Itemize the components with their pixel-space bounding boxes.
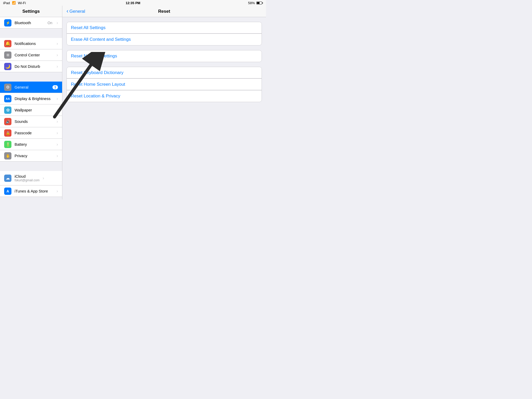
sounds-icon: 🔊 (4, 118, 11, 125)
chevron-right-icon: › (57, 41, 58, 46)
back-button[interactable]: ‹ General (66, 9, 85, 14)
reset-panel: Reset All Settings Erase All Content and… (62, 17, 266, 200)
chevron-right-icon: › (57, 189, 58, 194)
sidebar-label-wallpaper: Wallpaper (15, 108, 54, 112)
sidebar-label-bluetooth: Bluetooth (15, 21, 44, 25)
sidebar-item-bluetooth[interactable]: ⚡ Bluetooth On › (0, 17, 62, 29)
settings-title: Settings (22, 9, 40, 14)
sidebar-item-battery[interactable]: 🔋 Battery › (0, 139, 62, 150)
chevron-right-icon: › (57, 21, 58, 25)
icloud-subtitle: fskurt@gmail.com (15, 178, 39, 182)
reset-all-settings-item[interactable]: Reset All Settings (67, 22, 262, 34)
reset-title: Reset (158, 9, 170, 14)
sidebar-label-itunes: iTunes & App Store (15, 189, 54, 193)
sidebar-label-control-center: Control Center (15, 53, 54, 57)
battery-icon: 🔋 (4, 141, 11, 148)
sidebar-divider-2 (0, 72, 62, 82)
sidebar-label-notifications: Notifications (15, 41, 54, 46)
control-center-icon: ⊞ (4, 51, 11, 59)
battery-percentage: 58% (248, 1, 255, 5)
bluetooth-icon: ⚡ (4, 19, 11, 26)
chevron-right-icon: › (57, 53, 58, 57)
passcode-icon: 🔒 (4, 129, 11, 137)
chevron-right-icon: › (57, 96, 58, 101)
status-right: 58% (248, 1, 263, 5)
general-icon: ⚙ (4, 84, 11, 91)
sidebar-label-do-not-disturb: Do Not Disturb (15, 64, 54, 69)
icloud-text-group: iCloud fskurt@gmail.com (15, 174, 39, 182)
display-icon: AA (4, 95, 11, 102)
sidebar-label-passcode: Passcode (15, 131, 54, 135)
status-bar: iPad 📶 Wi-Fi 12:35 PM 58% (0, 0, 266, 6)
back-label: General (69, 9, 85, 14)
sidebar-divider-3 (0, 162, 62, 171)
reset-home-screen-item[interactable]: Reset Home Screen Layout (67, 79, 262, 90)
wifi-icon: 📶 (12, 1, 16, 5)
sidebar-item-icloud[interactable]: ☁ iCloud fskurt@gmail.com › (0, 171, 62, 185)
wifi-label: Wi-Fi (18, 1, 26, 5)
reset-keyboard-label: Reset Keyboard Dictionary (71, 70, 123, 75)
reset-group-2: Reset Network Settings (66, 50, 262, 62)
reset-location-item[interactable]: Reset Location & Privacy (67, 90, 262, 102)
chevron-right-icon: › (43, 176, 44, 181)
privacy-icon: ✋ (4, 152, 11, 159)
icloud-icon: ☁ (4, 175, 11, 182)
sidebar-label-display-brightness: Display & Brightness (15, 96, 54, 101)
erase-all-item[interactable]: Erase All Content and Settings (67, 34, 262, 45)
right-nav-bar: ‹ General Reset (62, 6, 266, 17)
sidebar-label-sounds: Sounds (15, 119, 54, 124)
sidebar-divider-1 (0, 29, 62, 38)
chevron-right-icon: › (57, 142, 58, 147)
sidebar-item-itunes[interactable]: A iTunes & App Store › (0, 185, 62, 197)
chevron-right-icon: › (57, 64, 58, 69)
reset-network-label: Reset Network Settings (71, 54, 117, 59)
reset-group-1: Reset All Settings Erase All Content and… (66, 22, 262, 45)
erase-all-label: Erase All Content and Settings (71, 37, 131, 42)
sidebar: ⚡ Bluetooth On › 🔔 Notifications › ⊞ (0, 17, 62, 200)
sidebar-item-notifications[interactable]: 🔔 Notifications › (0, 38, 62, 49)
sidebar-item-control-center[interactable]: ⊞ Control Center › (0, 49, 62, 61)
chevron-right-icon: › (57, 131, 58, 135)
battery-icon (256, 2, 263, 4)
bluetooth-value: On (48, 21, 52, 25)
content-area: ⚡ Bluetooth On › 🔔 Notifications › ⊞ (0, 17, 266, 200)
itunes-icon: A (4, 188, 11, 195)
sidebar-item-privacy[interactable]: ✋ Privacy › (0, 150, 62, 162)
chevron-right-icon: › (57, 108, 58, 112)
navigation-bar: Settings ‹ General Reset (0, 6, 266, 17)
chevron-left-icon: ‹ (66, 8, 68, 14)
sidebar-item-do-not-disturb[interactable]: 🌙 Do Not Disturb › (0, 61, 62, 72)
sidebar-item-passcode[interactable]: 🔒 Passcode › (0, 127, 62, 139)
icloud-title: iCloud (15, 174, 39, 178)
notifications-icon: 🔔 (4, 40, 11, 47)
sidebar-item-sounds[interactable]: 🔊 Sounds › (0, 116, 62, 127)
sidebar-item-display-brightness[interactable]: AA Display & Brightness › (0, 93, 62, 104)
status-time: 12:35 PM (126, 1, 140, 5)
do-not-disturb-icon: 🌙 (4, 63, 11, 70)
sidebar-item-wallpaper[interactable]: ✿ Wallpaper › (0, 104, 62, 116)
reset-location-label: Reset Location & Privacy (71, 94, 120, 99)
chevron-right-icon: › (57, 154, 58, 158)
wallpaper-icon: ✿ (4, 107, 11, 114)
reset-network-item[interactable]: Reset Network Settings (67, 50, 262, 62)
left-nav-bar: Settings (0, 6, 62, 17)
ipad-label: iPad (3, 1, 10, 5)
general-badge: 1 (52, 85, 58, 89)
reset-home-screen-label: Reset Home Screen Layout (71, 82, 125, 87)
sidebar-label-battery: Battery (15, 142, 54, 147)
sidebar-item-general[interactable]: ⚙ General 1 (0, 82, 62, 93)
reset-all-settings-label: Reset All Settings (71, 25, 105, 30)
sidebar-label-privacy: Privacy (15, 154, 54, 158)
sidebar-label-general: General (15, 85, 49, 89)
reset-keyboard-item[interactable]: Reset Keyboard Dictionary (67, 67, 262, 78)
reset-group-3: Reset Keyboard Dictionary Reset Home Scr… (66, 67, 262, 102)
status-left: iPad 📶 Wi-Fi (3, 1, 26, 5)
chevron-right-icon: › (57, 119, 58, 124)
